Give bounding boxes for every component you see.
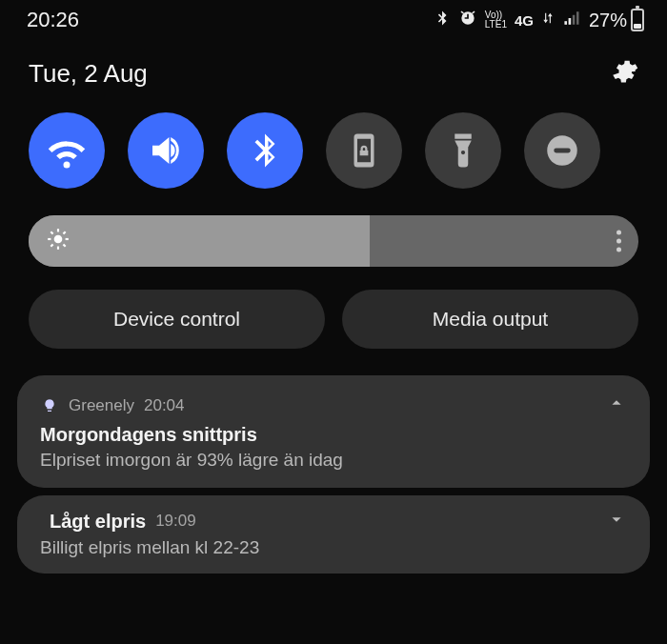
notification-time: 20:04 [144, 396, 185, 415]
notification-header: Greenely 20:04 [40, 392, 627, 418]
portrait-lock-icon [344, 131, 384, 171]
brightness-icon [46, 227, 71, 255]
qs-header: Tue, 2 Aug [0, 36, 667, 101]
utility-pill-row: Device control Media output [0, 282, 667, 366]
battery-indicator: 27% [589, 9, 644, 31]
expand-button[interactable] [606, 509, 627, 533]
gear-icon [610, 57, 638, 86]
device-control-button[interactable]: Device control [29, 290, 325, 349]
date-label: Tue, 2 Aug [29, 59, 148, 89]
svg-line-7 [51, 231, 52, 233]
wifi-icon [47, 131, 87, 171]
do-not-disturb-icon [542, 131, 582, 171]
svg-line-10 [63, 231, 65, 233]
volte-indicator: Vo)) LTE1 [485, 10, 507, 30]
speaker-icon [146, 131, 186, 171]
flashlight-icon [443, 131, 483, 171]
alarm-icon [458, 9, 477, 32]
svg-line-9 [51, 244, 52, 246]
battery-icon [631, 9, 644, 31]
app-icon [40, 396, 59, 415]
notification-header: Lågt elpris 19:09 [40, 509, 627, 533]
bluetooth-icon [245, 131, 285, 171]
notification-time: 19:09 [155, 512, 196, 531]
chevron-down-icon [606, 509, 627, 530]
battery-percent: 27% [589, 10, 627, 31]
collapse-button[interactable] [606, 392, 627, 418]
brightness-more-button[interactable] [616, 231, 621, 252]
data-arrows-icon [541, 10, 555, 30]
brightness-slider[interactable] [29, 215, 638, 267]
notification-title: Morgondagens snittpris [40, 424, 627, 446]
status-time: 20:26 [27, 8, 79, 32]
notification-card[interactable]: Lågt elpris 19:09 Billigt elpris mellan … [17, 495, 650, 574]
device-control-label: Device control [113, 308, 240, 331]
status-bar: 20:26 Vo)) LTE1 4G 27% [0, 0, 667, 36]
notification-title: Lågt elpris [50, 511, 146, 533]
network-type: 4G [515, 12, 534, 29]
chevron-up-icon [606, 392, 627, 413]
notification-body: Elpriset imorgon är 93% lägre än idag [40, 450, 627, 471]
brightness-fill [29, 215, 370, 267]
settings-button[interactable] [610, 57, 638, 90]
qs-wifi-toggle[interactable] [29, 112, 105, 189]
qs-rotation-lock-toggle[interactable] [326, 112, 402, 189]
qs-bluetooth-toggle[interactable] [227, 112, 303, 189]
qs-dnd-toggle[interactable] [524, 112, 600, 189]
quick-settings-row [0, 101, 667, 206]
qs-sound-toggle[interactable] [128, 112, 204, 189]
svg-line-8 [63, 244, 65, 246]
notification-card[interactable]: Greenely 20:04 Morgondagens snittpris El… [17, 375, 650, 488]
notification-app-name: Greenely [69, 396, 134, 415]
notification-body: Billigt elpris mellan kl 22-23 [40, 537, 627, 558]
qs-flashlight-toggle[interactable] [425, 112, 501, 189]
bluetooth-icon [434, 10, 451, 31]
media-output-label: Media output [433, 308, 548, 331]
status-right: Vo)) LTE1 4G 27% [434, 9, 644, 32]
svg-rect-1 [554, 149, 571, 153]
media-output-button[interactable]: Media output [342, 290, 638, 349]
signal-icon [562, 9, 581, 32]
svg-point-2 [54, 235, 63, 244]
